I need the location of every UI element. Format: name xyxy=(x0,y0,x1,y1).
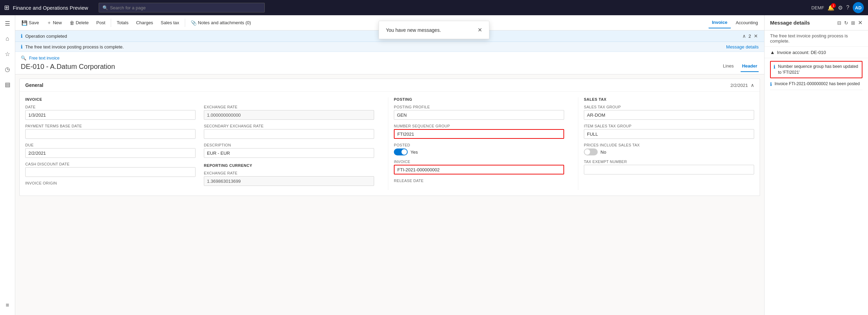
sidebar-item-workspaces[interactable]: ▤ xyxy=(1,78,15,91)
date-group: Date xyxy=(25,105,196,120)
invoice-origin-group: Invoice origin xyxy=(25,181,196,185)
cash-discount-label: Cash discount date xyxy=(25,162,196,166)
toast-close-button[interactable]: ✕ xyxy=(478,27,482,33)
invoice-field-group: Invoice xyxy=(394,160,564,174)
invoice-field-input[interactable] xyxy=(394,165,564,174)
app-title: Finance and Operations Preview xyxy=(13,5,88,11)
sales-tax-group-label: Sales tax group xyxy=(584,105,754,109)
top-bar: ⊞ Finance and Operations Preview 🔍 DEMF … xyxy=(0,0,868,15)
date-label: Date xyxy=(25,105,196,109)
message-info-icon-2: ℹ xyxy=(770,81,772,87)
cash-discount-input[interactable] xyxy=(25,167,196,177)
form-area: General 2/2/2021 ∧ INVOICE Date xyxy=(15,74,764,315)
notification-icon[interactable]: 🔔 1 xyxy=(828,4,834,11)
save-icon: 💾 xyxy=(21,20,27,26)
breadcrumb[interactable]: Free text invoice xyxy=(29,56,60,61)
number-sequence-group: Number sequence group xyxy=(394,124,564,139)
toolbar-separator xyxy=(111,19,111,27)
section-title: General xyxy=(25,82,43,88)
sales-tax-col-title: SALES TAX xyxy=(584,97,754,101)
panel-collapse-chevron[interactable]: ▲ xyxy=(770,50,775,55)
tab-header[interactable]: Header xyxy=(741,61,759,72)
message-text-1: Number sequence group has been updated t… xyxy=(778,64,859,75)
due-input[interactable] xyxy=(25,148,196,158)
panel-minimize-icon[interactable]: ⊟ xyxy=(837,19,841,26)
release-date-group: Release date xyxy=(394,179,564,183)
message-info-icon-1: ℹ xyxy=(774,64,775,70)
rep-exchange-rate-label: Exchange rate xyxy=(204,171,374,175)
charges-button[interactable]: Charges xyxy=(133,17,156,28)
form-divider-1 xyxy=(388,97,388,190)
invoice-field-label: Invoice xyxy=(394,160,564,164)
settings-icon[interactable]: ⚙ xyxy=(838,4,843,11)
prices-include-toggle-label: No xyxy=(600,150,606,155)
sidebar-item-recent[interactable]: ◷ xyxy=(1,62,15,76)
main-layout: ☰ ⌂ ☆ ◷ ▤ ≡ 💾 Save ＋ New 🗑 Delete Post xyxy=(0,15,868,315)
panel-expand-icon[interactable]: ⊞ xyxy=(851,19,855,26)
posting-column: POSTING Posting profile Number sequence … xyxy=(394,97,572,190)
description-label: Description xyxy=(204,143,374,147)
payment-terms-input[interactable] xyxy=(25,129,196,139)
posting-profile-group: Posting profile xyxy=(394,105,564,120)
notif-close-btn[interactable]: ✕ xyxy=(753,33,759,39)
posting-profile-input[interactable] xyxy=(394,110,564,120)
sidebar-item-modules[interactable]: ≡ xyxy=(1,298,15,312)
message-item-2: ℹ Invoice FTI-2021-000000002 has been po… xyxy=(770,78,862,90)
top-bar-right: DEMF 🔔 1 ⚙ ? AD xyxy=(811,2,864,13)
rep-exchange-rate-input[interactable] xyxy=(204,176,374,186)
delete-button[interactable]: 🗑 Delete xyxy=(66,17,92,28)
tab-accounting[interactable]: Accounting xyxy=(732,17,761,28)
sales-tax-button[interactable]: Sales tax xyxy=(157,17,182,28)
tab-invoice[interactable]: Invoice xyxy=(708,17,731,28)
item-sales-tax-label: Item sales tax group xyxy=(584,124,754,128)
attachment-icon: 📎 xyxy=(191,20,197,26)
lh-tabs: Lines Header xyxy=(722,61,759,72)
save-button[interactable]: 💾 Save xyxy=(18,17,43,28)
info-icon-post: ℹ xyxy=(21,44,22,50)
sales-tax-group-input[interactable] xyxy=(584,110,754,120)
notes-attachments-button[interactable]: 📎 Notes and attachments (0) xyxy=(187,17,254,28)
totals-button[interactable]: Totals xyxy=(113,17,132,28)
page-header: 🔍 Free text invoice DE-010 - A.Datum Cor… xyxy=(15,52,764,74)
new-button[interactable]: ＋ New xyxy=(43,17,65,28)
help-icon[interactable]: ? xyxy=(846,4,849,11)
search-icon: 🔍 xyxy=(102,5,108,10)
secondary-exchange-input[interactable] xyxy=(204,129,374,139)
message-details-link[interactable]: Message details xyxy=(726,44,759,50)
page-title: DE-010 - A.Datum Corporation xyxy=(21,63,115,71)
panel-close-button[interactable]: ✕ xyxy=(858,19,862,26)
cash-discount-group: Cash discount date xyxy=(25,162,196,177)
item-sales-tax-input[interactable] xyxy=(584,129,754,139)
search-input[interactable] xyxy=(110,5,261,10)
tax-exempt-group: Tax exempt number xyxy=(584,160,754,174)
tab-lines[interactable]: Lines xyxy=(722,61,735,72)
panel-refresh-icon[interactable]: ↻ xyxy=(844,19,848,26)
post-button[interactable]: Post xyxy=(93,17,109,28)
exchange-rate-input[interactable] xyxy=(204,110,374,120)
grid-icon[interactable]: ⊞ xyxy=(4,4,9,11)
section-chevron-icon: ∧ xyxy=(751,82,754,88)
section-date: 2/2/2021 xyxy=(730,83,748,88)
release-date-label: Release date xyxy=(394,179,564,183)
notification-bar-posting: ℹ The free text invoice posting process … xyxy=(15,42,764,52)
prices-include-toggle[interactable] xyxy=(584,148,598,155)
number-sequence-input[interactable] xyxy=(394,129,564,139)
sidebar-item-favorites[interactable]: ☆ xyxy=(1,47,15,61)
posted-toggle[interactable] xyxy=(394,148,408,155)
right-panel-title: Message details xyxy=(770,20,810,26)
notif-expand-btn[interactable]: ∧ xyxy=(742,33,747,39)
sidebar-item-home[interactable]: ⌂ xyxy=(1,32,15,46)
tax-exempt-input[interactable] xyxy=(584,165,754,174)
invoice-origin-label: Invoice origin xyxy=(25,181,196,185)
description-input[interactable] xyxy=(204,148,374,158)
payment-terms-group: Payment terms base date xyxy=(25,124,196,139)
tax-exempt-label: Tax exempt number xyxy=(584,160,754,164)
sidebar-item-hamburger[interactable]: ☰ xyxy=(1,17,15,30)
user-avatar[interactable]: AD xyxy=(853,2,864,13)
search-box[interactable]: 🔍 xyxy=(99,3,265,12)
invoice-col-title: INVOICE xyxy=(25,97,196,101)
date-input[interactable] xyxy=(25,110,196,120)
section-header[interactable]: General 2/2/2021 ∧ xyxy=(20,79,760,92)
item-sales-tax-group: Item sales tax group xyxy=(584,124,754,139)
message-item-1: ℹ Number sequence group has been updated… xyxy=(770,61,862,78)
